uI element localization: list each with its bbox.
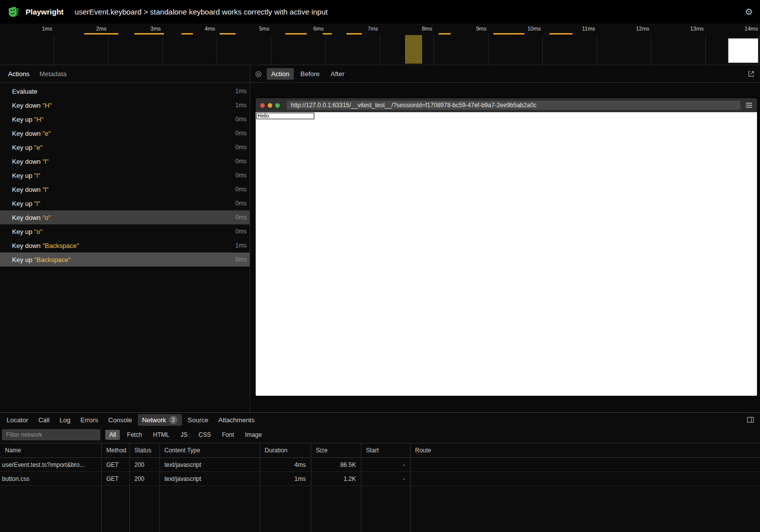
left-tabbar: ActionsMetadata [0, 65, 250, 83]
action-row[interactable]: Key up "l"0ms [0, 196, 250, 210]
timeline-label: 4ms [205, 26, 215, 32]
filter-chip[interactable]: CSS [195, 430, 215, 440]
panel-layout-icon[interactable] [747, 416, 754, 423]
action-label: Key down "H" [12, 102, 52, 109]
traffic-light-green-icon [275, 103, 280, 108]
traffic-light-red-icon [260, 103, 265, 108]
action-label: Evaluate [12, 88, 39, 95]
bottom-tab[interactable]: Call [34, 415, 54, 425]
net-header: NameMethodStatusContent TypeDurationSize… [0, 443, 760, 458]
timeline-column: 10ms [489, 24, 543, 65]
network-row[interactable]: button.css GET 200 text/javascript 1ms 1… [0, 472, 760, 486]
bottom-tab[interactable]: Log [55, 415, 75, 425]
action-row[interactable]: Key down "o"0ms [0, 210, 250, 224]
action-arg: "o" [43, 214, 51, 221]
filter-chip[interactable]: Fetch [123, 430, 146, 440]
action-row[interactable]: Key down "Backspace"1ms [0, 238, 250, 252]
details-panel: LocatorCallLogErrorsConsoleNetwork2Sourc… [0, 412, 760, 532]
action-row[interactable]: Key up "H"0ms [0, 112, 250, 126]
timeline[interactable]: 1ms2ms3ms4ms5ms6ms7ms8ms9ms10ms11ms12ms1… [0, 24, 760, 65]
bottom-tab[interactable]: Source [183, 415, 213, 425]
network-row[interactable]: userEvent.test.ts?import&bro... GET 200 … [0, 458, 760, 472]
filter-chip[interactable]: All [105, 430, 120, 440]
cell-status: 200 [129, 475, 159, 482]
text-input[interactable] [256, 113, 314, 119]
cell-size: 1.2K [311, 475, 361, 482]
action-row[interactable]: Key down "l"0ms [0, 154, 250, 168]
browser-chrome: http://127.0.0.1:63315/__vitest_test__/?… [256, 98, 757, 112]
action-row[interactable]: Key up "o"0ms [0, 224, 250, 238]
column-header: Start [361, 447, 410, 454]
action-arg: "o" [34, 228, 42, 235]
bottom-tab[interactable]: Network2 [138, 414, 182, 426]
action-row[interactable]: Evaluate 1ms [0, 84, 250, 98]
action-duration: 0ms [235, 116, 247, 123]
pick-locator-icon[interactable]: ◎ [255, 69, 262, 78]
action-label: Key down "o" [12, 214, 51, 221]
panel-tab[interactable]: Actions [4, 68, 34, 80]
timeline-selection[interactable] [405, 35, 422, 64]
action-duration: 0ms [235, 200, 247, 207]
action-label: Key up "Backspace" [12, 256, 71, 263]
cell-start: - [361, 461, 410, 468]
snapshot-page [256, 112, 757, 396]
bottom-tab[interactable]: Attachments [214, 415, 259, 425]
filter-chip[interactable]: JS [176, 430, 192, 440]
network-table: NameMethodStatusContent TypeDurationSize… [0, 443, 760, 532]
tab-badge: 2 [169, 416, 177, 424]
action-row[interactable]: Key down "H"1ms [0, 98, 250, 112]
snapshot-tab[interactable]: After [326, 68, 349, 80]
action-row[interactable]: Key up "l"0ms [0, 168, 250, 182]
timeline-column: 6ms [271, 24, 325, 65]
action-arg: "H" [34, 116, 44, 123]
filter-chip[interactable]: Font [218, 430, 238, 440]
column-header: Duration [260, 447, 311, 454]
bottom-tab[interactable]: Locator [2, 415, 33, 425]
snapshot-tab[interactable]: Before [296, 68, 324, 80]
action-label: Key down "e" [12, 130, 51, 137]
url-text: http://127.0.0.1:63315/__vitest_test__/?… [291, 102, 536, 109]
filter-chip[interactable]: Image [241, 430, 266, 440]
snapshot-tab[interactable]: Action [267, 68, 294, 80]
action-duration: 0ms [235, 172, 247, 179]
action-duration: 0ms [235, 130, 247, 137]
main-split: ActionsMetadata Evaluate 1msKey down "H"… [0, 65, 760, 412]
action-arg: "Backspace" [34, 256, 71, 263]
bottom-tab[interactable]: Errors [76, 415, 102, 425]
action-label: Key down "l" [12, 186, 49, 193]
open-external-icon[interactable] [747, 70, 755, 78]
bottom-tab-label: Network [142, 416, 166, 424]
action-row[interactable]: Key down "l"0ms [0, 182, 250, 196]
action-duration: 1ms [235, 102, 247, 109]
timeline-label: 8ms [422, 26, 432, 32]
action-row[interactable]: Key up "Backspace"0ms [0, 252, 250, 267]
action-label: Key up "e" [12, 144, 43, 151]
column-header: Name [0, 447, 101, 454]
settings-gear-icon[interactable]: ⚙ [745, 7, 753, 17]
action-arg: "Backspace" [43, 242, 79, 249]
bottom-tab-label: Errors [80, 416, 98, 424]
bottom-tab-label: Console [108, 416, 132, 424]
panel-tab[interactable]: Metadata [36, 68, 71, 80]
timeline-label: 5ms [259, 26, 270, 32]
action-row[interactable]: Key down "e"0ms [0, 126, 250, 140]
action-label: Key up "H" [12, 116, 44, 123]
network-filter-row: AllFetchHTMLJSCSSFontImage [0, 427, 760, 443]
timeline-label: 7ms [367, 26, 378, 32]
action-arg: "e" [43, 130, 51, 137]
timeline-column: 4ms [163, 24, 217, 65]
bottom-tab[interactable]: Console [104, 415, 137, 425]
filter-network-input[interactable] [2, 429, 100, 440]
cell-name: userEvent.test.ts?import&bro... [0, 461, 101, 468]
timeline-label: 6ms [313, 26, 324, 32]
action-label: Key down "Backspace" [12, 242, 79, 249]
column-header: Status [129, 447, 159, 454]
action-row[interactable]: Key up "e"0ms [0, 140, 250, 154]
timeline-column: 1ms [0, 24, 54, 65]
filter-chip[interactable]: HTML [149, 430, 173, 440]
timeline-label: 9ms [476, 26, 487, 32]
action-arg: "l" [34, 200, 40, 207]
timeline-label: 1ms [42, 26, 53, 32]
hamburger-menu-icon [745, 102, 752, 108]
bottom-tab-label: Log [60, 416, 71, 424]
